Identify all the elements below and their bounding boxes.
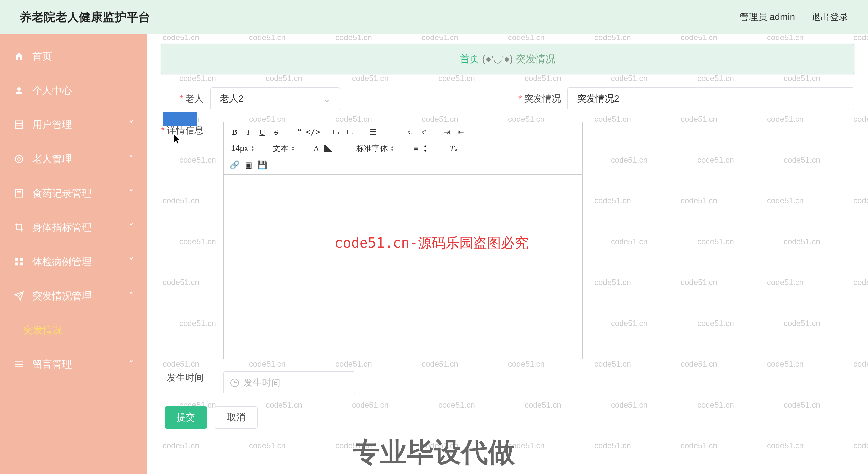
underline-icon[interactable]: U bbox=[256, 126, 269, 138]
main-content: 首页 (●'◡'●) 突发情况 *老人 老人2 ⌄ *突发情况 突发情况2 bbox=[147, 34, 868, 474]
h2-icon[interactable]: H₂ bbox=[344, 126, 356, 138]
user-icon bbox=[13, 84, 25, 96]
sidebar-item-label: 食药记录管理 bbox=[32, 187, 92, 200]
menu-icon bbox=[13, 359, 25, 370]
editor-body[interactable] bbox=[224, 175, 582, 359]
sidebar-item-label: 突发情况管理 bbox=[32, 289, 92, 303]
unordered-list-icon[interactable]: ≡ bbox=[381, 126, 393, 138]
sidebar-item-label: 留言管理 bbox=[32, 358, 72, 371]
strike-icon[interactable]: S bbox=[270, 126, 282, 138]
outdent-icon[interactable]: ⇤ bbox=[455, 126, 467, 138]
svg-rect-10 bbox=[16, 263, 19, 266]
breadcrumb-separator: (●'◡'●) bbox=[482, 53, 513, 64]
cancel-button[interactable]: 取消 bbox=[215, 406, 258, 429]
home-icon bbox=[13, 50, 25, 62]
svg-point-3 bbox=[18, 158, 21, 160]
gear-icon bbox=[13, 153, 25, 165]
chevron-down-icon: ˅ bbox=[129, 154, 134, 165]
chevron-down-icon: ⌄ bbox=[323, 94, 331, 104]
breadcrumb-current: 突发情况 bbox=[516, 53, 555, 64]
crop-icon bbox=[13, 222, 25, 233]
svg-rect-8 bbox=[16, 258, 19, 261]
fontsize-select[interactable]: 14px ▲▼ bbox=[228, 144, 257, 153]
sidebar-item-2[interactable]: 用户管理˅ bbox=[0, 108, 147, 142]
chevron-up-icon: ˄ bbox=[129, 290, 134, 302]
link-icon[interactable]: 🔗 bbox=[228, 159, 241, 171]
image-icon[interactable]: ▣ bbox=[242, 159, 255, 171]
sidebar-item-3[interactable]: 老人管理˅ bbox=[0, 142, 147, 176]
sidebar-item-label: 体检病例管理 bbox=[32, 255, 92, 269]
detail-label: *详情信息 bbox=[161, 122, 204, 137]
svg-rect-11 bbox=[20, 263, 23, 266]
italic-icon[interactable]: I bbox=[242, 126, 255, 138]
sidebar-item-6[interactable]: 体检病例管理˅ bbox=[0, 244, 147, 279]
svg-rect-0 bbox=[16, 121, 23, 129]
svg-point-4 bbox=[16, 156, 23, 163]
chevron-down-icon: ˅ bbox=[129, 222, 134, 233]
sidebar-item-label: 身体指标管理 bbox=[32, 221, 92, 234]
bold-icon[interactable]: B bbox=[228, 126, 241, 138]
texttype-select[interactable]: 文本 ▲▼ bbox=[270, 143, 298, 154]
book-icon bbox=[13, 187, 25, 199]
align-icon[interactable]: ≡ bbox=[410, 142, 422, 155]
grid-icon bbox=[13, 119, 25, 131]
sidebar-item-label: 老人管理 bbox=[32, 153, 72, 166]
logout-link[interactable]: 退出登录 bbox=[811, 11, 848, 23]
elder-label: *老人 bbox=[161, 93, 204, 105]
subscript-icon[interactable]: x₂ bbox=[404, 126, 416, 138]
sidebar-item-5[interactable]: 身体指标管理˅ bbox=[0, 210, 147, 244]
user-label[interactable]: 管理员 admin bbox=[740, 11, 795, 23]
sidebar-item-9[interactable]: 留言管理˅ bbox=[0, 347, 147, 381]
breadcrumb-home[interactable]: 首页 bbox=[460, 53, 479, 64]
send-icon bbox=[13, 290, 25, 302]
ordered-list-icon[interactable]: ☰ bbox=[367, 126, 379, 138]
clear-format-icon[interactable]: Tₓ bbox=[448, 142, 460, 155]
sidebar-item-7[interactable]: 突发情况管理˄ bbox=[0, 279, 147, 313]
header: 养老院老人健康监护平台 管理员 admin 退出登录 bbox=[0, 0, 868, 34]
submit-button[interactable]: 提交 bbox=[165, 406, 207, 429]
sidebar: 首页个人中心用户管理˅老人管理˅食药记录管理˅身体指标管理˅体检病例管理˅突发情… bbox=[0, 34, 147, 474]
sidebar-item-label: 突发情况 bbox=[23, 324, 63, 337]
elder-select[interactable]: 老人2 ⌄ bbox=[210, 87, 340, 110]
editor-toolbar: B I U S ❝ </> H₁ H₂ ☰ ≡ bbox=[224, 123, 582, 175]
font-color-icon[interactable]: A bbox=[310, 142, 322, 155]
app-title: 养老院老人健康监护平台 bbox=[20, 9, 150, 25]
rich-text-editor: B I U S ❝ </> H₁ H₂ ☰ ≡ bbox=[223, 122, 583, 360]
elder-select-value: 老人2 bbox=[220, 93, 244, 105]
chevron-down-icon: ˅ bbox=[129, 359, 134, 370]
code-icon[interactable]: </> bbox=[307, 126, 319, 138]
sidebar-item-8[interactable]: 突发情况 bbox=[0, 313, 147, 347]
sidebar-item-4[interactable]: 食药记录管理˅ bbox=[0, 176, 147, 210]
h1-icon[interactable]: H₁ bbox=[330, 126, 342, 138]
sidebar-item-label: 个人中心 bbox=[32, 84, 72, 97]
superscript-icon[interactable]: x² bbox=[417, 126, 430, 138]
clock-icon bbox=[230, 378, 239, 387]
chevron-down-icon: ˅ bbox=[129, 119, 134, 131]
indent-icon[interactable]: ⇥ bbox=[441, 126, 453, 138]
sidebar-item-label: 用户管理 bbox=[32, 118, 72, 132]
fontfamily-select[interactable]: 标准字体 ▲▼ bbox=[353, 143, 397, 154]
bg-color-icon[interactable] bbox=[324, 145, 333, 152]
save-icon[interactable]: 💾 bbox=[256, 159, 269, 171]
grid4-icon bbox=[13, 256, 25, 268]
situation-label: *突发情况 bbox=[505, 93, 561, 105]
quote-icon[interactable]: ❝ bbox=[293, 126, 306, 138]
chevron-down-icon: ˅ bbox=[129, 256, 134, 268]
breadcrumb: 首页 (●'◡'●) 突发情况 bbox=[161, 44, 854, 74]
sidebar-item-0[interactable]: 首页 bbox=[0, 39, 147, 73]
situation-input[interactable]: 突发情况2 bbox=[567, 87, 854, 110]
sidebar-item-1[interactable]: 个人中心 bbox=[0, 73, 147, 108]
chevron-down-icon: ˅ bbox=[129, 188, 134, 199]
sidebar-item-label: 首页 bbox=[32, 50, 52, 63]
time-input[interactable]: 发生时间 bbox=[223, 371, 355, 394]
time-label: 发生时间 bbox=[161, 371, 204, 384]
svg-rect-9 bbox=[20, 258, 23, 261]
